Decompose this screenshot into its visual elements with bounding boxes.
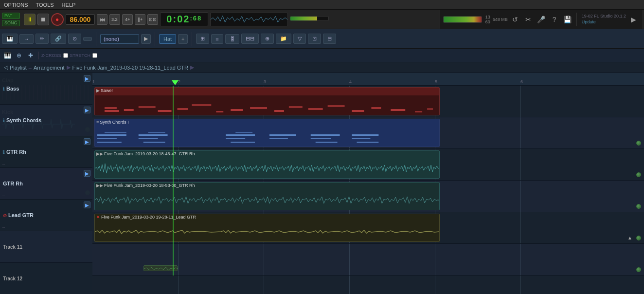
clip-synth-label: ≡ Synth Chords I [95, 119, 439, 125]
rewind-button[interactable]: ⏮ [97, 14, 107, 25]
svg-rect-7 [216, 111, 223, 112]
tb-piano-btn[interactable]: 🎹 [2, 51, 13, 60]
update-link[interactable]: Update [582, 19, 626, 25]
breadcrumb-playlist[interactable]: Playlist [10, 65, 27, 71]
zcross-checkbox[interactable] [63, 53, 68, 58]
lead-add-btn[interactable]: ▶ [84, 202, 90, 208]
stretch-checkbox[interactable] [92, 53, 97, 58]
svg-rect-20 [97, 138, 117, 139]
svg-rect-32 [269, 138, 288, 139]
svg-rect-23 [139, 134, 168, 136]
label-lead[interactable]: ⊘ Lead GTR ▶ ... [0, 200, 92, 231]
metro-button[interactable]: ||+ [135, 14, 145, 25]
menu-tools[interactable]: TOOLS [32, 1, 58, 9]
label-track12[interactable]: Track 12 [0, 263, 92, 294]
browser-btn[interactable]: 📁 [276, 34, 291, 44]
synth-add-btn[interactable]: ▶ [84, 107, 90, 113]
menu-options[interactable]: OPTIONS [0, 1, 32, 9]
clip-gtr1[interactable]: ▶▶ Five Funk Jam_2019-03-20 18-46-47_GTR… [94, 150, 440, 179]
pat-button[interactable]: PAT [2, 13, 20, 19]
svg-rect-33 [311, 134, 340, 136]
svg-rect-14 [352, 110, 364, 112]
master-volume[interactable] [290, 16, 329, 21]
gtr2-add-btn[interactable]: ▶ [84, 170, 90, 177]
instrument-play-button[interactable]: ▶ [141, 34, 151, 44]
svg-rect-8 [231, 109, 243, 111]
clip-gtr1-content [95, 159, 439, 178]
lead-triangle[interactable]: ▲ [627, 235, 632, 240]
clip-lead[interactable]: ✕ Five Funk Jam_2019-03-20 19-28-11_Lead… [94, 214, 440, 242]
track-lane-synth: ≡ Synth Chords I [92, 117, 644, 149]
svg-rect-11 [289, 106, 303, 108]
svg-rect-24 [139, 138, 158, 139]
track11-label: Track 11 [3, 244, 22, 250]
transport-bar: PAT SONG ⏸ ⏹ ● 86.000 ⏮ 3.2i 4+ ||+ ⊡⊡ 0… [0, 10, 644, 29]
stop-button[interactable]: ⏹ [37, 14, 49, 25]
playhead[interactable] [172, 80, 179, 85]
pattern-btn[interactable]: ≡ [211, 34, 223, 44]
arrow-button[interactable]: → [19, 34, 34, 44]
save-button[interactable]: 💾 [562, 14, 573, 25]
plugin-btn[interactable]: ⊕ [261, 34, 274, 44]
link-button[interactable]: 🔗 [51, 34, 66, 44]
tb-cross-btn[interactable]: ✚ [25, 51, 36, 60]
svg-rect-10 [274, 110, 284, 112]
channel-btn[interactable]: ⊞ [196, 34, 209, 44]
track11-small-clip[interactable] [143, 265, 178, 271]
mic-button[interactable]: 🎤 [536, 14, 547, 25]
track-lane-12 [92, 276, 644, 294]
bpm-display[interactable]: 86.000 [66, 14, 95, 25]
clip-synth[interactable]: ≡ Synth Chords I [94, 119, 440, 147]
breadcrumb-file[interactable]: Five Funk Jam_2019-03-20 19-28-11_Lead G… [72, 65, 188, 71]
save2-btn[interactable]: ⊟ [323, 34, 336, 44]
piano-roll-button[interactable]: 🎹 [2, 34, 18, 44]
gtr1-dots: ... [2, 161, 5, 165]
gtr1-add-btn[interactable]: ▶ [84, 138, 90, 145]
svg-rect-16 [391, 109, 405, 111]
label-gtr2[interactable]: GTR Rh ▶ ... [0, 168, 92, 200]
gtr2-knob[interactable] [636, 204, 641, 209]
clip-gtr2-content [95, 190, 439, 210]
punch-button[interactable]: ⊡⊡ [147, 14, 158, 25]
expand-button[interactable]: ▶ [627, 14, 639, 25]
mute-button[interactable] [83, 37, 92, 41]
record-button[interactable]: ● [51, 13, 64, 26]
track11-knob[interactable] [636, 267, 641, 272]
menu-help[interactable]: HELP [58, 1, 80, 9]
label-bass[interactable]: ℹ Bass ▶ [0, 73, 92, 105]
pencil-button[interactable]: ✏ [36, 34, 49, 44]
clip-bass[interactable]: ▶ Sawer [94, 87, 440, 115]
gtr1-knob[interactable] [636, 172, 641, 177]
breadcrumb-arrangement[interactable]: Arrangement [34, 65, 65, 71]
cut-button[interactable]: ✂ [522, 14, 534, 25]
track-lane-11 [92, 244, 644, 276]
hat-add-button[interactable]: + [178, 34, 188, 44]
label-gtr1[interactable]: ℹ GTR Rh ▶ ... [0, 136, 92, 168]
stamp-button[interactable]: ⊙ [68, 34, 81, 44]
play2-btn[interactable]: ⊡ [308, 34, 321, 44]
gtr2-dots: ... [2, 193, 5, 197]
svg-rect-4 [158, 110, 172, 112]
bass-add-btn[interactable]: ▶ [84, 75, 90, 82]
loop-button[interactable]: 4+ [122, 14, 133, 25]
instrument-select[interactable]: (none) [100, 34, 139, 44]
lead-knob[interactable] [636, 236, 641, 240]
label-synth[interactable]: ℹ Synth Chords ▶ [0, 105, 92, 136]
pause-button[interactable]: ⏸ [24, 14, 36, 25]
tb-move-btn[interactable]: ⊕ [14, 51, 24, 60]
svg-rect-26 [148, 132, 165, 133]
filter-btn[interactable]: ▽ [293, 34, 306, 44]
clip-gtr2[interactable]: ▶▶ Five Funk Jam_2019-03-20 18-53-00_GTR… [94, 182, 440, 210]
refresh-button[interactable]: ↺ [509, 14, 521, 25]
synth-track-knob[interactable] [636, 141, 641, 146]
svg-rect-21 [97, 142, 122, 143]
svg-rect-30 [235, 132, 252, 133]
song-button[interactable]: SONG [2, 20, 20, 26]
help-button[interactable]: ? [549, 14, 560, 25]
label-track11[interactable]: Track 11 [0, 231, 92, 263]
fastforward-button[interactable]: 3.2i [109, 14, 120, 25]
svg-rect-19 [97, 134, 126, 136]
svg-rect-12 [308, 108, 323, 110]
mixer-btn[interactable]: 🎛 [225, 34, 239, 44]
mixer2-btn[interactable]: ⊟⊟ [241, 34, 259, 44]
